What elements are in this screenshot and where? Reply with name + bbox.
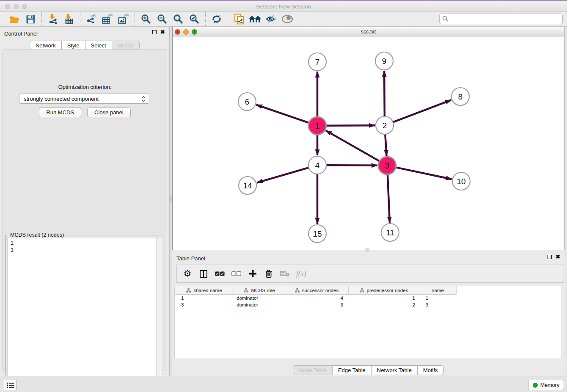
float-table-panel-icon[interactable] xyxy=(548,255,552,259)
tab-node-table[interactable]: Node Table xyxy=(293,365,333,375)
memory-button[interactable]: Memory xyxy=(528,380,564,390)
tab-network-table[interactable]: Network Table xyxy=(372,365,418,375)
eye-slash-icon xyxy=(265,14,277,24)
unselect-all-columns-button[interactable] xyxy=(231,268,241,280)
graph-node-9[interactable]: 9 xyxy=(375,52,393,70)
graph-edge-2-8[interactable] xyxy=(393,100,451,122)
tab-edge-table[interactable]: Edge Table xyxy=(333,365,372,375)
column-header-shared-name[interactable]: shared name xyxy=(175,286,234,295)
search-field[interactable] xyxy=(439,14,563,24)
zoom-out-button[interactable] xyxy=(155,13,169,25)
show-columns-button[interactable] xyxy=(199,268,208,280)
table-cell[interactable]: 1 xyxy=(419,295,457,301)
column-header-predecessor-nodes[interactable]: predecessor nodes xyxy=(349,286,419,295)
graph-node-15[interactable]: 15 xyxy=(308,225,326,243)
delete-table-button[interactable] xyxy=(280,268,289,280)
close-panel-icon[interactable]: ✖ xyxy=(160,30,165,34)
close-panel-button[interactable]: Close panel xyxy=(87,108,131,117)
graph-node-6[interactable]: 6 xyxy=(238,93,256,110)
table-cell[interactable]: 3 xyxy=(419,301,457,308)
graph-edge-3-10[interactable] xyxy=(396,167,452,179)
graph-edge-4-3[interactable] xyxy=(326,165,377,166)
zoom-selected-icon xyxy=(189,14,199,24)
zoom-in-button[interactable] xyxy=(139,13,153,25)
table-cell[interactable]: 2 xyxy=(349,301,419,308)
search-input[interactable] xyxy=(449,15,562,23)
table-cell[interactable]: 1 xyxy=(175,295,234,301)
column-header-successor-nodes[interactable]: successor nodes xyxy=(285,286,349,295)
fx-icon: f(x) xyxy=(296,270,306,278)
table-cell[interactable]: 3 xyxy=(285,301,349,308)
graph-node-2[interactable]: 2 xyxy=(376,116,394,134)
svg-text:1: 1 xyxy=(315,121,320,130)
import-network-button[interactable] xyxy=(46,13,60,25)
open-session-button[interactable] xyxy=(8,13,21,25)
save-session-button[interactable] xyxy=(24,13,37,25)
table-cell[interactable]: dominator xyxy=(234,301,285,308)
table-row[interactable]: 3dominator323 xyxy=(175,301,561,308)
table-cell[interactable]: 3 xyxy=(175,301,234,308)
graph-edge-1-2[interactable] xyxy=(326,125,375,126)
graph-edge-2-3[interactable] xyxy=(385,134,386,156)
mcds-result-text[interactable]: 1 3 xyxy=(8,238,161,390)
graph-node-14[interactable]: 14 xyxy=(239,177,256,194)
svg-text:15: 15 xyxy=(313,229,322,238)
criterion-dropdown[interactable]: strongly connected component xyxy=(19,94,149,104)
function-builder-button[interactable]: f(x) xyxy=(296,268,306,280)
graph-node-3[interactable]: 3 xyxy=(378,157,396,174)
mcds-result-scrollbar[interactable] xyxy=(156,238,161,390)
table-row[interactable]: 1dominator411 xyxy=(175,295,561,301)
task-history-button[interactable] xyxy=(4,380,17,390)
export-image-button[interactable] xyxy=(117,13,130,25)
graph-node-1[interactable]: 1 xyxy=(308,117,326,135)
apply-layout-button[interactable] xyxy=(210,13,223,25)
network-resize-handle[interactable] xyxy=(366,248,369,251)
graph-edge-1-6[interactable] xyxy=(256,105,309,123)
first-neighbors-button[interactable] xyxy=(248,13,262,25)
tab-select[interactable]: Select xyxy=(85,41,112,50)
float-panel-icon[interactable] xyxy=(152,30,157,34)
select-all-columns-button[interactable] xyxy=(215,268,225,280)
hierarchy-icon xyxy=(360,288,364,293)
graph-edge-4-14[interactable] xyxy=(257,168,309,183)
plus-icon xyxy=(249,270,256,277)
unchecked-boxes-icon xyxy=(231,271,241,276)
export-table-button[interactable] xyxy=(101,13,114,25)
graph-edge-2-9[interactable] xyxy=(384,71,385,116)
hide-graphics-details-button[interactable] xyxy=(264,13,278,25)
table-cell[interactable]: dominator xyxy=(234,295,285,301)
column-header-name[interactable]: name xyxy=(419,286,457,295)
network-window-titlebar: × − + scc.txt xyxy=(173,27,564,37)
tab-mcds[interactable]: MCDS xyxy=(112,41,140,50)
create-column-button[interactable] xyxy=(248,268,257,280)
tab-motifs[interactable]: Motifs xyxy=(418,365,444,375)
graph-node-11[interactable]: 11 xyxy=(381,224,399,241)
import-table-button[interactable] xyxy=(62,13,76,25)
graph-node-10[interactable]: 10 xyxy=(452,172,470,190)
graph-node-4[interactable]: 4 xyxy=(308,156,326,174)
tab-network[interactable]: Network xyxy=(30,41,62,50)
hierarchy-icon xyxy=(244,288,248,293)
close-table-panel-icon[interactable]: ✖ xyxy=(556,255,560,259)
graph-edge-3-11[interactable] xyxy=(388,174,390,223)
show-navigator-button[interactable] xyxy=(281,13,294,25)
zoom-selected-button[interactable] xyxy=(187,13,201,25)
run-mcds-button[interactable]: Run MCDS xyxy=(39,108,81,117)
table-cell[interactable]: 4 xyxy=(285,295,349,301)
zoom-fit-button[interactable] xyxy=(171,13,185,25)
delete-table-icon xyxy=(280,271,289,277)
import-network-icon xyxy=(47,14,58,24)
table-cell[interactable]: 1 xyxy=(349,295,419,301)
column-header-MCDS-role[interactable]: MCDS role xyxy=(234,286,285,295)
export-network-button[interactable] xyxy=(85,13,98,25)
graph-edge-3-1[interactable] xyxy=(326,130,380,161)
graph-node-7[interactable]: 7 xyxy=(308,53,326,71)
table-settings-button[interactable]: ⚙ xyxy=(183,268,192,280)
graph-node-8[interactable]: 8 xyxy=(451,88,469,105)
control-panel-tabs: Network Style Select MCDS xyxy=(0,41,169,50)
network-canvas[interactable]: 1234678910111415 xyxy=(173,37,564,250)
clone-network-button[interactable] xyxy=(232,13,246,25)
delete-column-button[interactable] xyxy=(264,268,273,280)
tab-style[interactable]: Style xyxy=(62,41,85,50)
eye-icon xyxy=(281,15,293,23)
